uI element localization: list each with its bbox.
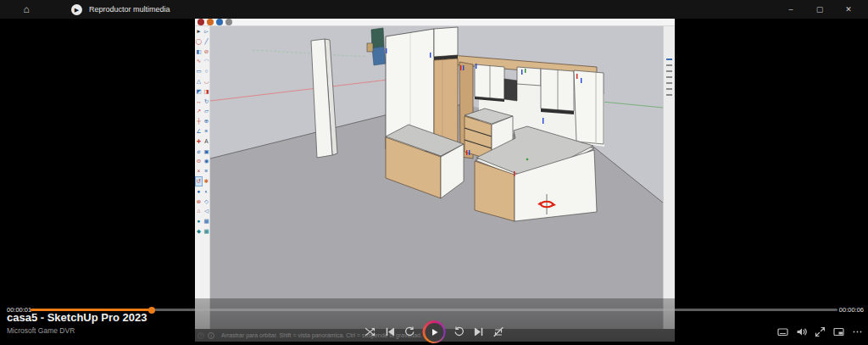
- tool-icon[interactable]: ↗: [195, 106, 203, 116]
- sketchup-tray-strip[interactable]: [663, 26, 675, 329]
- tool-icon[interactable]: ⊗: [195, 197, 203, 207]
- tool-icon[interactable]: ◯: [195, 36, 203, 47]
- tool-icon[interactable]: ▦: [203, 226, 210, 236]
- tool-icon[interactable]: ↺: [195, 176, 203, 186]
- rewind-icon[interactable]: [403, 326, 415, 338]
- app-title: Reproductor multimedia: [89, 5, 170, 14]
- tool-icon[interactable]: ✱: [203, 176, 210, 186]
- tool-icon[interactable]: ▦: [203, 216, 210, 226]
- subtitles-icon[interactable]: [776, 326, 788, 337]
- sketchup-tool-palette: ►▻◯╱◧⊘∿◠▭○△◡◩◨↔↻↗▱┼⊕∠≡✚A⌀▣⊙◉×≡↺✱●◐⊗◇⌂◁●▦…: [195, 26, 210, 329]
- minimize-button[interactable]: –: [776, 0, 805, 19]
- tool-icon[interactable]: ×: [195, 166, 203, 176]
- style-ball-icon[interactable]: [216, 19, 223, 25]
- more-options-icon[interactable]: [851, 326, 863, 337]
- tool-icon[interactable]: ≡: [203, 166, 210, 176]
- tool-icon[interactable]: ◉: [203, 156, 210, 166]
- model-scene: [210, 26, 663, 329]
- tool-icon[interactable]: ◇: [203, 197, 210, 207]
- mini-player-icon[interactable]: [832, 326, 844, 337]
- tool-icon[interactable]: ◧: [195, 47, 203, 57]
- previous-track-icon[interactable]: [384, 326, 396, 338]
- tool-icon[interactable]: ◡: [203, 76, 210, 86]
- play-button[interactable]: [423, 320, 446, 343]
- tool-icon[interactable]: ✚: [195, 136, 203, 147]
- next-track-icon[interactable]: [473, 326, 485, 338]
- tool-icon[interactable]: ▭: [195, 66, 203, 76]
- duration-time: 00:00:06: [839, 306, 864, 314]
- media-player-window: ⌂ ▶ Reproductor multimedia – ▢ ✕ Archivo…: [0, 0, 868, 345]
- tool-icon[interactable]: ∠: [195, 126, 203, 136]
- tool-icon[interactable]: ┼: [195, 116, 203, 126]
- tool-icon[interactable]: ↻: [203, 97, 210, 107]
- tool-icon[interactable]: ●: [195, 216, 203, 226]
- tool-icon[interactable]: ○: [203, 66, 210, 76]
- tool-icon[interactable]: ●: [195, 186, 203, 197]
- tool-icon[interactable]: ⌀: [195, 147, 203, 157]
- fullscreen-icon[interactable]: [814, 326, 826, 337]
- seek-bar[interactable]: [31, 309, 837, 311]
- video-frame[interactable]: ArchivoEdiciónVerCámaraDibujoHerramienta…: [195, 0, 675, 342]
- repeat-off-icon[interactable]: [492, 326, 504, 338]
- sketchup-viewport[interactable]: [210, 26, 663, 329]
- secondary-controls: [776, 326, 863, 337]
- tool-icon[interactable]: ⊙: [195, 156, 203, 166]
- tool-icon[interactable]: ◁: [203, 206, 210, 216]
- geolocation-icon[interactable]: i: [208, 332, 214, 339]
- volume-icon[interactable]: [795, 326, 807, 337]
- tool-icon[interactable]: ⊕: [203, 116, 210, 126]
- seek-handle[interactable]: [148, 307, 155, 314]
- tool-icon[interactable]: ∿: [195, 56, 203, 66]
- tool-icon[interactable]: ⊘: [203, 47, 210, 57]
- tool-icon[interactable]: ↔: [195, 97, 203, 107]
- tool-icon[interactable]: ◆: [195, 226, 203, 236]
- maximize-button[interactable]: ▢: [805, 0, 834, 19]
- help-icon[interactable]: ?: [198, 332, 204, 339]
- style-ball-icon[interactable]: [207, 19, 214, 25]
- close-button[interactable]: ✕: [834, 0, 863, 19]
- tool-icon[interactable]: ▣: [203, 147, 210, 157]
- style-ball-icon[interactable]: [198, 19, 204, 25]
- tool-icon[interactable]: ▻: [203, 26, 210, 36]
- media-app-icon: ▶: [71, 4, 82, 15]
- track-subtitle: Microsoft Game DVR: [7, 326, 147, 335]
- tool-icon[interactable]: A: [203, 136, 210, 147]
- track-title: casa5 - SketchUp Pro 2023: [7, 311, 147, 324]
- tool-icon[interactable]: ◨: [203, 86, 210, 97]
- transport-controls: [364, 320, 504, 343]
- tool-icon[interactable]: ►: [195, 26, 203, 36]
- tool-icon[interactable]: ⌂: [195, 206, 203, 216]
- tool-icon[interactable]: ╱: [203, 36, 210, 47]
- titlebar: ⌂ ▶ Reproductor multimedia – ▢ ✕: [0, 0, 868, 19]
- tool-icon[interactable]: ◠: [203, 56, 210, 66]
- home-icon[interactable]: ⌂: [20, 3, 32, 15]
- shuffle-icon[interactable]: [364, 326, 376, 338]
- sketchup-toolbar-row2: [195, 18, 675, 26]
- tool-icon[interactable]: ≡: [203, 126, 210, 136]
- track-info: casa5 - SketchUp Pro 2023 Microsoft Game…: [7, 311, 147, 335]
- tool-icon[interactable]: ▱: [203, 106, 210, 116]
- tool-icon[interactable]: ◐: [203, 186, 210, 197]
- tool-icon[interactable]: ◩: [195, 86, 203, 97]
- style-ball-icon[interactable]: [225, 19, 232, 25]
- skip-forward-icon[interactable]: [453, 326, 465, 338]
- tool-icon[interactable]: △: [195, 76, 203, 86]
